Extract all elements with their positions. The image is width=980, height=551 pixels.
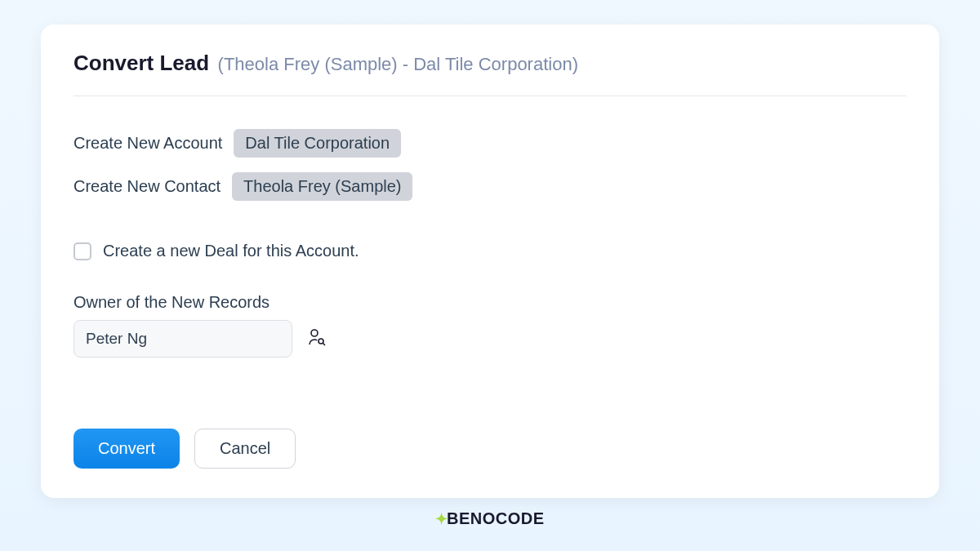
create-deal-checkbox[interactable] [74, 242, 91, 260]
svg-point-1 [318, 339, 323, 344]
owner-label: Owner of the New Records [74, 293, 906, 312]
owner-section: Owner of the New Records [74, 293, 906, 358]
create-deal-checkbox-row: Create a new Deal for this Account. [74, 242, 906, 260]
create-contact-label: Create New Contact [74, 177, 220, 196]
owner-input-row [74, 320, 906, 358]
cancel-button[interactable]: Cancel [194, 429, 296, 469]
footer-brand-logo: ✦ BENOCODE [435, 509, 544, 528]
modal-header: Convert Lead (Theola Frey (Sample) - Dal… [74, 51, 906, 96]
create-deal-label: Create a new Deal for this Account. [103, 242, 359, 260]
owner-input[interactable] [74, 320, 292, 358]
contact-value-chip[interactable]: Theola Frey (Sample) [232, 172, 412, 201]
create-account-label: Create New Account [74, 134, 222, 153]
brand-text: BENOCODE [447, 509, 545, 528]
create-account-row: Create New Account Dal Tile Corporation [74, 129, 906, 158]
svg-line-2 [323, 343, 325, 345]
button-row: Convert Cancel [74, 429, 296, 469]
convert-lead-modal: Convert Lead (Theola Frey (Sample) - Dal… [41, 24, 939, 498]
create-contact-row: Create New Contact Theola Frey (Sample) [74, 172, 906, 201]
convert-button[interactable]: Convert [74, 429, 180, 469]
svg-point-0 [311, 330, 318, 336]
user-search-icon[interactable] [307, 327, 327, 350]
modal-subtitle: (Theola Frey (Sample) - Dal Tile Corpora… [218, 54, 578, 74]
modal-title: Convert Lead [74, 51, 209, 75]
account-value-chip[interactable]: Dal Tile Corporation [234, 129, 401, 158]
